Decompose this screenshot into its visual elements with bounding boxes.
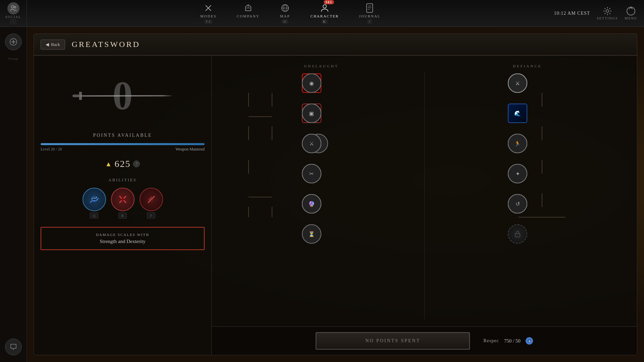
panel-body: 0 xyxy=(34,56,637,355)
skill-node-d12[interactable]: 🏃 xyxy=(508,134,527,153)
svg-marker-17 xyxy=(79,95,173,97)
trees-wrapper: ONSLAUGHT xyxy=(218,62,630,320)
nav-modes[interactable]: MODES F4 xyxy=(200,3,217,24)
defiance-connectors xyxy=(425,73,631,320)
journal-hotkey: J xyxy=(367,19,372,24)
skill-node-o4[interactable]: ◉ xyxy=(302,73,321,93)
modes-label: MODES xyxy=(200,14,217,18)
group-label: Group xyxy=(9,57,18,60)
svg-point-1 xyxy=(14,6,16,8)
level-bar-fill xyxy=(41,143,205,145)
ability-slot-r: R xyxy=(111,188,135,219)
skill-node-d4[interactable]: ⚔ xyxy=(508,73,527,93)
points-available-label: POINTS AVAILABLE xyxy=(93,133,152,138)
mastery-label: Weapon Mastered xyxy=(175,147,205,152)
ability-key-r: R xyxy=(118,213,127,219)
settings-button[interactable]: SETTINGS xyxy=(597,6,618,20)
back-button[interactable]: ◀ Back xyxy=(41,40,65,50)
skill-node-d15[interactable]: ✦ xyxy=(508,164,527,183)
social-label: SOCIAL xyxy=(5,15,21,19)
main-content: ◀ Back GREATSWORD 0 xyxy=(27,27,644,362)
xp-help-button[interactable]: ? xyxy=(133,161,140,167)
weapon-visual: 0 xyxy=(41,62,205,129)
page-title: GREATSWORD xyxy=(72,40,140,49)
social-section[interactable]: SOCIAL O xyxy=(0,0,27,26)
skill-node-d19[interactable]: ↺ xyxy=(508,194,527,214)
modes-hotkey: F4 xyxy=(205,19,212,24)
nav-character[interactable]: 301 CHARACTER K xyxy=(311,3,339,24)
ability-icon-f[interactable] xyxy=(140,188,163,211)
level-bar-background xyxy=(41,143,205,145)
journal-label: JOURNAL xyxy=(359,14,380,18)
character-label: CHARACTER xyxy=(311,14,339,18)
skill-node-d8[interactable]: 🌊 xyxy=(508,104,527,123)
sword-icon xyxy=(72,82,173,109)
map-label: MAP xyxy=(280,14,290,18)
svg-point-7 xyxy=(323,5,326,8)
respec-coin-icon: ◈ xyxy=(526,337,533,345)
map-icon xyxy=(280,3,290,13)
skill-node-o20[interactable]: ⏳ xyxy=(302,224,321,244)
map-hotkey: M xyxy=(282,19,288,24)
character-badge: 301 xyxy=(324,0,334,4)
svg-point-0 xyxy=(11,6,13,8)
right-pane: ONSLAUGHT xyxy=(212,56,637,355)
social-icon xyxy=(7,2,19,14)
level-label: Level xyxy=(41,147,50,152)
character-hotkey: K xyxy=(322,19,327,24)
svg-point-12 xyxy=(606,10,609,12)
left-pane: 0 xyxy=(34,56,212,355)
topbar: SOCIAL O MODES F4 COMPANY xyxy=(0,0,644,27)
no-points-label: NO POINTS SPENT xyxy=(365,338,420,344)
abilities-title: ABILITIES xyxy=(41,178,205,183)
xp-value: 625 xyxy=(114,159,130,169)
skill-node-o15[interactable]: ✂ xyxy=(302,164,321,183)
topbar-right: 10:12 AM CEST SETTINGS MENU xyxy=(554,6,644,20)
svg-point-13 xyxy=(627,7,635,15)
ability-slot-f: F xyxy=(140,188,163,219)
nav-map[interactable]: MAP M xyxy=(280,3,290,24)
company-label: COMPANY xyxy=(237,14,260,18)
defiance-tree-col: DEFIANCE xyxy=(425,62,631,320)
company-icon xyxy=(243,3,254,13)
back-chevron-icon: ◀ xyxy=(46,42,49,47)
level-current: 20 / 20 xyxy=(51,147,62,152)
menu-button[interactable]: MENU xyxy=(625,6,637,20)
abilities-row: Q R xyxy=(41,188,205,219)
onslaught-tree-col: ONSLAUGHT xyxy=(218,62,424,320)
defiance-title: DEFIANCE xyxy=(425,62,631,73)
bottom-bar: NO POINTS SPENT Respec 750 / 50 ◈ xyxy=(212,326,637,355)
modes-icon xyxy=(203,3,214,13)
ability-icon-r[interactable] xyxy=(111,188,135,211)
abilities-section: ABILITIES Q xyxy=(41,178,205,219)
panel-header: ◀ Back GREATSWORD xyxy=(34,34,637,56)
ability-icon-q[interactable] xyxy=(83,188,106,211)
damage-scales-value: Strength and Dexterity xyxy=(48,239,197,244)
sidebar-left: Group xyxy=(0,27,27,362)
xp-display: ▲ 625 ? xyxy=(105,159,140,169)
chat-button[interactable] xyxy=(5,339,22,355)
menu-label: MENU xyxy=(625,16,637,20)
ability-key-q: Q xyxy=(90,213,99,219)
onslaught-title: ONSLAUGHT xyxy=(218,62,424,73)
skill-node-o19[interactable]: 🔮 xyxy=(302,194,321,214)
character-icon: 301 xyxy=(319,3,330,13)
weapon-panel: ◀ Back GREATSWORD 0 xyxy=(34,34,637,355)
main-nav: MODES F4 COMPANY F xyxy=(27,3,554,24)
onslaught-row4: ⚙ ☠ ✂ xyxy=(218,174,424,193)
no-points-button[interactable]: NO POINTS SPENT xyxy=(316,332,470,350)
nav-journal[interactable]: JOURNAL J xyxy=(359,3,380,24)
add-group-button[interactable] xyxy=(5,34,22,50)
level-bar-container: Level 20 / 20 Weapon Mastered xyxy=(41,143,205,152)
respec-row: Respec 750 / 50 ◈ xyxy=(483,337,533,345)
svg-rect-19 xyxy=(72,95,80,97)
skill-node-d20-locked[interactable] xyxy=(508,224,527,244)
level-info: Level 20 / 20 Weapon Mastered xyxy=(41,147,205,152)
onslaught-content: ✦ ⊘ ✕ ◉ ⚡ ✸ ◈ ▣ xyxy=(218,73,424,320)
nav-company[interactable]: COMPANY F xyxy=(237,3,260,24)
social-hotkey: O xyxy=(10,19,16,24)
svg-rect-8 xyxy=(367,4,373,12)
skill-node-o12[interactable]: ⚔ xyxy=(302,134,321,153)
settings-label: SETTINGS xyxy=(597,16,618,20)
skill-node-o8[interactable]: ▣ xyxy=(302,104,321,123)
